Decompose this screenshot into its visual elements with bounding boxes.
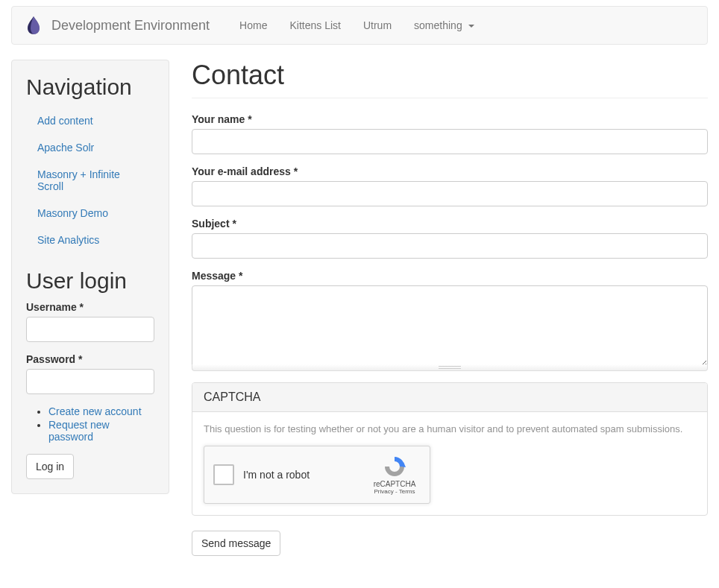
captcha-help: This question is for testing whether or … (204, 423, 696, 434)
login-button[interactable]: Log in (26, 454, 74, 479)
message-textarea[interactable] (192, 285, 708, 367)
send-message-button[interactable]: Send message (192, 531, 280, 556)
subject-group: Subject * (192, 218, 708, 259)
navbar-nav: Home Kittens List Utrum something (228, 7, 485, 44)
password-input[interactable] (26, 369, 154, 394)
recaptcha-widget: I'm not a robot reCAPTCHA Privacy - Term… (204, 446, 430, 504)
nav-something-dropdown[interactable]: something (403, 7, 485, 44)
username-input[interactable] (26, 317, 154, 342)
email-input[interactable] (192, 181, 708, 206)
nav-masonry-demo[interactable]: Masonry Demo (26, 200, 154, 227)
recaptcha-privacy-terms[interactable]: Privacy - Terms (368, 488, 421, 495)
brand-link[interactable]: Development Environment (51, 7, 210, 44)
nav-something-label: something (414, 19, 462, 31)
username-label: Username * (26, 301, 154, 313)
nav-utrum[interactable]: Utrum (352, 7, 403, 44)
name-input[interactable] (192, 129, 708, 154)
caret-down-icon (468, 25, 474, 28)
page-header: Contact (192, 60, 708, 98)
password-label: Password * (26, 353, 154, 365)
recaptcha-brand: reCAPTCHA (368, 480, 421, 488)
user-login-heading: User login (26, 268, 154, 294)
email-group: Your e-mail address * (192, 165, 708, 206)
navigation-list: Add content Apache Solr Masonry + Infini… (26, 107, 154, 253)
create-account-link[interactable]: Create new account (48, 405, 142, 417)
nav-add-content[interactable]: Add content (26, 107, 154, 134)
sidebar: Navigation Add content Apache Solr Mason… (11, 60, 169, 556)
message-group: Message * (192, 270, 708, 367)
email-label: Your e-mail address * (192, 165, 708, 177)
nav-site-analytics[interactable]: Site Analytics (26, 227, 154, 253)
subject-input[interactable] (192, 233, 708, 259)
nav-masonry-infinite[interactable]: Masonry + Infinite Scroll (26, 161, 154, 200)
name-group: Your name * (192, 113, 708, 154)
captcha-heading: CAPTCHA (192, 383, 707, 412)
nav-kittens-list[interactable]: Kittens List (278, 7, 351, 44)
brand-logo-icon (23, 15, 44, 36)
nav-apache-solr[interactable]: Apache Solr (26, 134, 154, 161)
recaptcha-checkbox[interactable] (213, 464, 234, 485)
textarea-resize-handle[interactable] (192, 364, 708, 371)
navigation-heading: Navigation (26, 75, 154, 100)
username-group: Username * (26, 301, 154, 342)
main-content: Contact Your name * Your e-mail address … (192, 60, 708, 556)
login-links: Create new account Request new password (26, 405, 154, 443)
sidebar-well: Navigation Add content Apache Solr Mason… (11, 60, 169, 494)
captcha-body: This question is for testing whether or … (192, 412, 707, 515)
request-password-link[interactable]: Request new password (48, 419, 110, 443)
recaptcha-logo-icon (383, 455, 406, 478)
name-label: Your name * (192, 113, 708, 125)
message-label: Message * (192, 270, 708, 282)
main-navbar: Development Environment Home Kittens Lis… (11, 6, 708, 45)
nav-home[interactable]: Home (228, 7, 278, 44)
recaptcha-label: I'm not a robot (243, 469, 368, 481)
captcha-panel: CAPTCHA This question is for testing whe… (192, 382, 708, 516)
captcha-title: CAPTCHA (204, 391, 260, 403)
page-title: Contact (192, 60, 708, 91)
recaptcha-logo-area: reCAPTCHA Privacy - Terms (368, 455, 421, 495)
password-group: Password * (26, 353, 154, 394)
subject-label: Subject * (192, 218, 708, 230)
